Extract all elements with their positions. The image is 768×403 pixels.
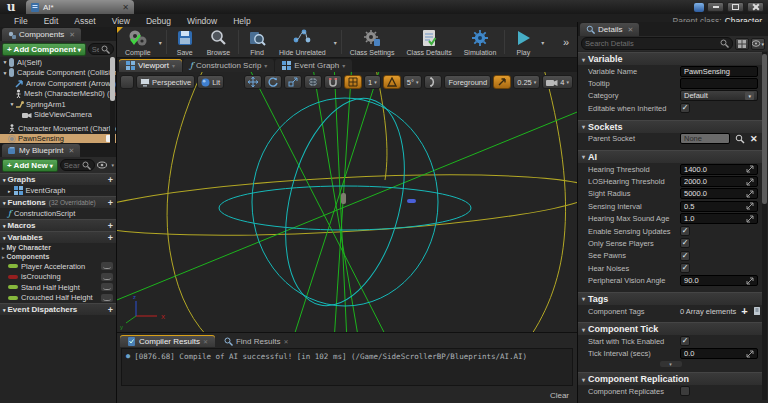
add-macros-button[interactable]: + <box>108 221 113 231</box>
camera-speed-caret-icon[interactable]: ▾ <box>566 79 569 85</box>
perspective-button[interactable]: Perspective <box>136 75 195 89</box>
group-expander-icon[interactable]: ▸ <box>2 245 5 251</box>
tab-find-results[interactable]: Find Results✕ <box>217 335 296 347</box>
components-search-input[interactable]: Search <box>88 43 114 55</box>
start-with-tick-enabled-checkbox[interactable]: ✓ <box>680 336 690 346</box>
tab-close-icon[interactable]: ✕ <box>203 338 208 345</box>
group-expander-icon[interactable]: ▸ <box>2 254 5 260</box>
details-section-header-tags[interactable]: ▾Tags <box>578 292 763 305</box>
variable-player-acceleration[interactable]: Player Acceleration <box>0 261 116 272</box>
only-sense-players-checkbox[interactable]: ✓ <box>680 238 690 248</box>
variable-name-input[interactable]: PawnSensing <box>680 66 758 77</box>
viewport[interactable]: X z y PerspectiveLit 1▾5°▾Foreground0.25… <box>117 72 577 332</box>
tab-compiler-results[interactable]: Compiler Results✕ <box>120 335 215 347</box>
details-section-header-sockets[interactable]: ▾Sockets <box>578 120 763 133</box>
tab-close-icon[interactable]: ▾ <box>264 62 267 69</box>
tab-components[interactable]: Components ✕ <box>2 28 81 41</box>
section-expander-icon[interactable]: ▾ <box>582 153 585 160</box>
hide-unrelated-button[interactable]: Hide Unrelated <box>273 27 332 57</box>
details-scrollbar[interactable] <box>762 52 767 400</box>
grid-snap-toggle[interactable] <box>344 75 362 89</box>
play-dropdown-caret-icon[interactable]: ▾ <box>539 39 546 46</box>
group-components[interactable]: ▸Components <box>0 252 116 261</box>
tree-item-pawnsensing[interactable]: PawnSensing <box>0 134 116 144</box>
tab-close-icon[interactable]: ✕ <box>122 3 129 12</box>
section-variables[interactable]: ▾Variables+ <box>0 231 116 243</box>
section-graphs[interactable]: ▾Graphs+ <box>0 173 116 185</box>
my-blueprint-tab-close-icon[interactable]: ✕ <box>68 147 74 155</box>
details-tab-close-icon[interactable]: ✕ <box>627 26 633 34</box>
editable-when-inherited-checkbox[interactable]: ✓ <box>680 103 690 113</box>
components-tab-close-icon[interactable]: ✕ <box>69 31 75 39</box>
tab-my-blueprint[interactable]: My Blueprint ✕ <box>2 144 80 157</box>
tab-close-icon[interactable]: ▾ <box>342 62 345 69</box>
tick-interval-secs-input[interactable]: 0.0 <box>680 348 758 359</box>
details-filter-eye-button[interactable]: ▾ <box>751 38 765 50</box>
clear-button[interactable]: Clear <box>550 391 569 400</box>
world-space-toggle[interactable] <box>304 75 322 89</box>
tree-item-arrow-component-arrow-in[interactable]: Arrow Component (Arrow) (In <box>0 78 116 89</box>
browse-button[interactable]: Browse <box>201 27 236 57</box>
maximize-button[interactable] <box>727 2 744 12</box>
rotation-snap-value-caret-icon[interactable]: ▾ <box>416 79 419 85</box>
add-new-button[interactable]: + Add New▾ <box>2 159 58 172</box>
socket-clear-button[interactable]: ✕ <box>750 134 758 144</box>
section-expander-icon[interactable]: ▾ <box>582 376 585 383</box>
layer-value[interactable]: Foreground <box>444 75 491 89</box>
tab-close-icon[interactable]: ▾ <box>172 62 175 69</box>
rotation-snap-value[interactable]: 5°▾ <box>403 75 423 89</box>
hearing-threshold-input[interactable]: 1400.0 <box>680 164 758 175</box>
save-button[interactable]: Save <box>169 27 201 57</box>
tab-event-graph[interactable]: Event Graph▾ <box>275 59 352 72</box>
details-section-header-ai[interactable]: ▾AI <box>578 150 763 163</box>
compile-dropdown-caret-icon[interactable]: ▾ <box>157 39 164 46</box>
peripheral-vision-angle-input[interactable]: 90.0 <box>680 275 758 286</box>
tree-item-mesh-charactermesh0-inh[interactable]: Mesh (CharacterMesh0) (Inh <box>0 89 116 100</box>
scale-snap-value-caret-icon[interactable]: ▾ <box>534 79 537 85</box>
section-expander-icon[interactable]: ▾ <box>582 295 585 302</box>
section-functions[interactable]: ▾Functions(32 Overridable)+ <box>0 196 116 208</box>
add-component-button[interactable]: + Add Component▾ <box>2 43 86 56</box>
menu-help[interactable]: Help <box>225 16 258 26</box>
tab-close-icon[interactable]: ✕ <box>283 338 288 345</box>
minimize-button[interactable] <box>707 2 724 12</box>
section-event-dispatchers[interactable]: ▾Event Dispatchers+ <box>0 303 116 315</box>
add-functions-button[interactable]: + <box>108 198 113 208</box>
variable-visibility-icon[interactable] <box>101 262 113 270</box>
tree-item-ai-self[interactable]: ▼AI(Self) <box>0 57 116 68</box>
components-scrollbar[interactable] <box>110 57 115 143</box>
menu-edit[interactable]: Edit <box>36 16 67 26</box>
grid-snap-value[interactable]: 1▾ <box>364 75 381 89</box>
filter-caret-icon[interactable]: ▾ <box>111 162 114 168</box>
simulation-button[interactable]: Simulation <box>458 27 503 57</box>
add-array-element-button[interactable]: + <box>741 305 747 317</box>
section-expander-icon[interactable]: ▾ <box>3 235 6 241</box>
scale-tool[interactable] <box>284 75 302 89</box>
see-pawns-checkbox[interactable]: ✓ <box>680 251 690 261</box>
section-expander-icon[interactable]: ▾ <box>3 200 6 206</box>
expand-more-button[interactable]: ▾ <box>660 361 682 367</box>
variable-visibility-icon[interactable] <box>101 273 113 281</box>
tab-viewport[interactable]: Viewport▾ <box>119 59 182 72</box>
section-expander-icon[interactable]: ▾ <box>3 223 6 229</box>
tooltip-input[interactable] <box>680 78 758 89</box>
category-dropdown[interactable]: Default▾ <box>680 90 758 101</box>
array-options-button[interactable] <box>753 307 761 316</box>
variable-visibility-icon[interactable] <box>101 294 113 302</box>
play-button[interactable]: Play <box>507 27 539 57</box>
camera-speed[interactable]: 4▾ <box>542 75 573 89</box>
class-settings-button[interactable]: Class Settings <box>344 27 401 57</box>
variable-iscrouching[interactable]: isCrouching <box>0 272 116 283</box>
scale-snap-value[interactable]: 0.25▾ <box>513 75 540 89</box>
scale-snap-toggle[interactable] <box>493 75 511 89</box>
filter-eye-icon[interactable] <box>97 161 109 169</box>
variable-stand-half-height[interactable]: Stand Half Height <box>0 282 116 293</box>
socket-search-button[interactable] <box>735 134 745 144</box>
rotation-snap-toggle[interactable] <box>383 75 401 89</box>
layer-snap-button[interactable] <box>424 75 442 89</box>
group-my-character[interactable]: ▸My Character <box>0 243 116 252</box>
translate-tool[interactable] <box>244 75 262 89</box>
details-section-header-component-tick[interactable]: ▾Component Tick <box>578 322 763 335</box>
details-section-header-component-replication[interactable]: ▾Component Replication <box>578 372 763 385</box>
item-constructionscript[interactable]: ƒConstructionScript <box>0 208 116 219</box>
